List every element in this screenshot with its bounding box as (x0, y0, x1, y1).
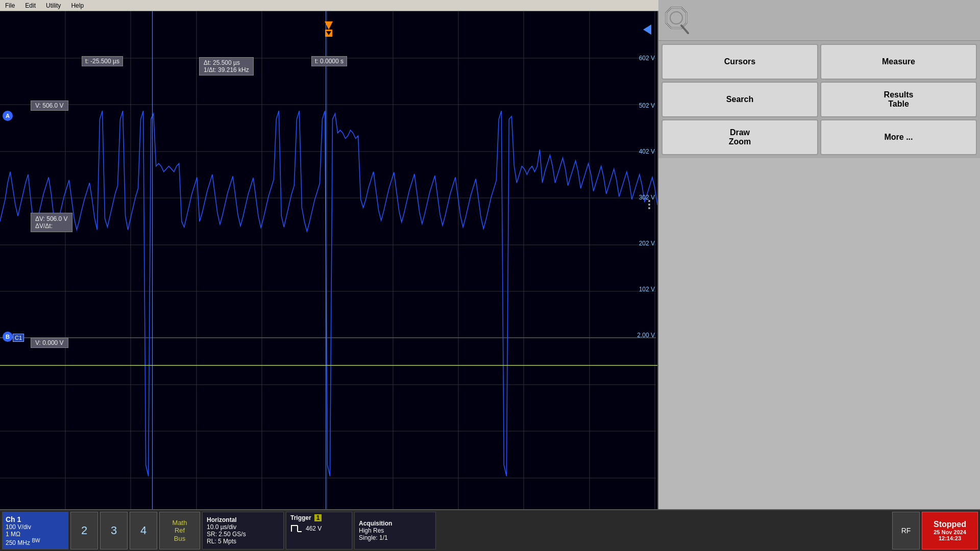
voltage-indicator-bottom: V: 0.000 V (31, 338, 68, 348)
ch1-label: Ch 1 (6, 515, 21, 523)
acquisition-mode: High Res (359, 527, 431, 534)
trigger-num: 1 (314, 514, 322, 521)
scope-logo-icon (664, 5, 689, 36)
trigger-value: 462 V (306, 525, 322, 532)
search-button[interactable]: Search (662, 82, 818, 117)
v-label-302: 302 V (639, 194, 655, 201)
horizontal-timediv: 10.0 µs/div (207, 523, 279, 531)
ch1-status[interactable]: Ch 1 100 V/div 1 MΩ 250 MHz BW (2, 512, 68, 549)
three-dots-menu[interactable] (648, 200, 650, 209)
v-label-602: 602 V (639, 55, 655, 62)
oscilloscope-screen: t: -25.500 µs Δt: 25.500 µs 1/Δt: 39.216… (0, 11, 658, 520)
menu-edit[interactable]: Edit (25, 2, 36, 9)
menu-help[interactable]: Help (71, 2, 84, 9)
math-ref-bus-button[interactable]: Math Ref Bus (159, 512, 200, 549)
trigger-status[interactable]: Trigger 1 462 V (286, 512, 352, 549)
cursor-2-line (326, 11, 326, 520)
voltage-indicator-top: V: 506.0 V (31, 101, 68, 111)
stopped-button[interactable]: Stopped 25 Nov 2024 12:14:23 (922, 512, 978, 549)
right-panel-body (658, 158, 980, 551)
trigger-label: Trigger (290, 514, 311, 521)
svg-marker-22 (666, 8, 687, 28)
right-panel: Cursors Measure Search Results Table Dra… (658, 0, 980, 551)
delta-time-label: Δt: 25.500 µs 1/Δt: 39.216 kHz (199, 57, 254, 76)
v-label-402: 402 V (639, 148, 655, 155)
trigger-marker (325, 21, 333, 37)
channel-b-badge: B (3, 332, 13, 342)
right-panel-buttons: Cursors Measure Search Results Table Dra… (658, 41, 980, 158)
horizontal-sr: SR: 2.50 GS/s (207, 531, 279, 538)
svg-point-25 (670, 12, 682, 24)
status-bar: Ch 1 100 V/div 1 MΩ 250 MHz BW 2 3 4 Mat… (0, 509, 980, 551)
ch3-button[interactable]: 3 (100, 512, 128, 549)
v-label-202: 202 V (639, 240, 655, 247)
draw-zoom-button[interactable]: Draw Zoom (662, 119, 818, 155)
c1-label: C1 (13, 334, 24, 342)
trigger-slope-icon (290, 523, 303, 534)
ch4-button[interactable]: 4 (130, 512, 157, 549)
horizontal-rl: RL: 5 Mpts (207, 538, 279, 545)
trigger-level-arrow (643, 24, 651, 35)
ch2-button[interactable]: 2 (70, 512, 98, 549)
svg-line-24 (681, 26, 688, 33)
ch1-bandwidth: 250 MHz BW (6, 538, 40, 546)
v-label-102: 102 V (639, 286, 655, 293)
menubar: File Edit Utility Help (0, 0, 658, 11)
menu-utility[interactable]: Utility (46, 2, 61, 9)
cursor-1-label: t: -25.500 µs (82, 56, 123, 66)
v-label-502: 502 V (639, 102, 655, 109)
more-button[interactable]: More ... (820, 119, 977, 155)
channel-a-badge: A (3, 111, 13, 121)
waveform (0, 11, 657, 520)
acquisition-status[interactable]: Acquisition High Res Single: 1/1 (354, 512, 436, 549)
rf-button[interactable]: RF (892, 512, 920, 549)
acquisition-label: Acquisition (359, 520, 431, 527)
delta-v-box: ΔV: 506.0 V ΔV/Δt: (31, 213, 72, 232)
horizontal-label: Horizontal (207, 516, 279, 523)
results-table-button[interactable]: Results Table (820, 82, 977, 117)
horizontal-status[interactable]: Horizontal 10.0 µs/div SR: 2.50 GS/s RL:… (202, 512, 284, 549)
acquisition-single: Single: 1/1 (359, 534, 431, 541)
ch1-impedance: 1 MΩ (6, 531, 20, 538)
cursor-2-label: t: 0.0000 s (311, 56, 347, 66)
ch1-vdiv: 100 V/div (6, 523, 31, 531)
measure-button[interactable]: Measure (820, 44, 977, 80)
menu-file[interactable]: File (5, 2, 15, 9)
cursor-1-line (152, 11, 153, 520)
cursors-button[interactable]: Cursors (662, 44, 818, 80)
v-label-200m: 2.00 V (637, 332, 655, 339)
